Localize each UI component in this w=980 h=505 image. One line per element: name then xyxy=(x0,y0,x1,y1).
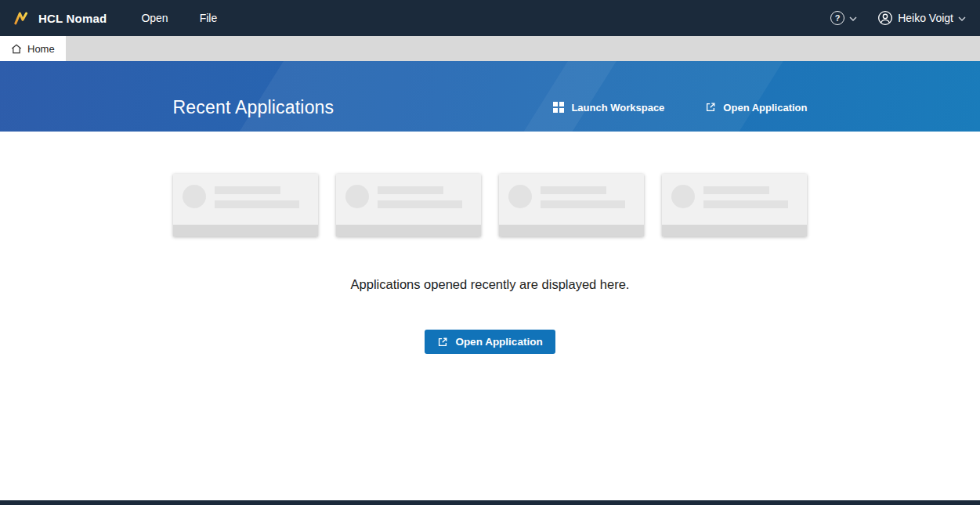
recent-app-placeholder-card xyxy=(173,174,318,236)
open-application-button[interactable]: Open Application xyxy=(425,330,555,354)
tab-bar: Home xyxy=(0,36,980,61)
chevron-down-icon xyxy=(958,16,966,21)
placeholder-avatar xyxy=(345,185,369,208)
recent-app-placeholder-card xyxy=(336,174,481,236)
placeholder-line xyxy=(215,186,280,194)
tab-home[interactable]: Home xyxy=(0,36,66,61)
placeholder-line xyxy=(378,200,462,208)
placeholder-footer xyxy=(173,225,318,236)
placeholder-avatar xyxy=(508,185,532,208)
placeholder-line xyxy=(378,186,443,194)
launch-workspace-button[interactable]: Launch Workspace xyxy=(553,102,664,114)
external-link-icon xyxy=(705,102,716,113)
app-brand: HCL Nomad xyxy=(14,12,107,25)
home-icon xyxy=(11,44,22,54)
placeholder-line xyxy=(541,186,606,194)
banner-actions: Launch Workspace Open Application xyxy=(553,102,807,114)
recent-app-placeholder-card xyxy=(662,174,807,236)
hcl-nomad-logo-icon xyxy=(14,12,31,25)
placeholder-line xyxy=(703,186,769,194)
workspace-grid-icon xyxy=(553,102,564,113)
top-bar-right: ? Heiko Voigt xyxy=(830,10,966,26)
placeholder-avatar xyxy=(183,185,206,208)
help-menu[interactable]: ? xyxy=(830,11,857,25)
user-name: Heiko Voigt xyxy=(898,12,953,24)
placeholder-line xyxy=(215,200,299,208)
placeholder-line xyxy=(541,200,625,208)
menu-item-file[interactable]: File xyxy=(184,12,233,24)
recent-app-placeholder-card xyxy=(499,174,644,236)
bottom-edge-bar xyxy=(0,500,980,505)
tab-home-label: Home xyxy=(27,43,55,55)
placeholder-footer xyxy=(336,225,481,236)
empty-state-message: Applications opened recently are display… xyxy=(0,277,980,292)
user-avatar-icon xyxy=(877,10,893,26)
placeholder-footer xyxy=(499,225,644,236)
placeholder-line xyxy=(703,200,788,208)
top-bar: HCL Nomad Open File ? Heiko Voigt xyxy=(0,0,980,36)
user-menu[interactable]: Heiko Voigt xyxy=(877,10,966,26)
main-menu: Open File xyxy=(125,12,233,24)
chevron-down-icon xyxy=(849,16,857,21)
menu-item-open[interactable]: Open xyxy=(125,12,183,24)
recent-applications-banner: Recent Applications Launch Workspace xyxy=(0,61,980,132)
launch-workspace-label: Launch Workspace xyxy=(571,102,664,114)
help-icon: ? xyxy=(830,11,844,25)
open-application-link[interactable]: Open Application xyxy=(705,102,807,114)
open-application-link-label: Open Application xyxy=(723,102,807,114)
brand-label: HCL Nomad xyxy=(38,12,107,25)
placeholder-footer xyxy=(662,225,807,236)
recent-apps-placeholder-row xyxy=(173,174,807,236)
external-link-icon xyxy=(437,337,448,348)
placeholder-avatar xyxy=(671,185,695,208)
page-title: Recent Applications xyxy=(173,97,335,118)
main-content: Applications opened recently are display… xyxy=(0,174,980,354)
open-application-button-label: Open Application xyxy=(455,336,542,348)
